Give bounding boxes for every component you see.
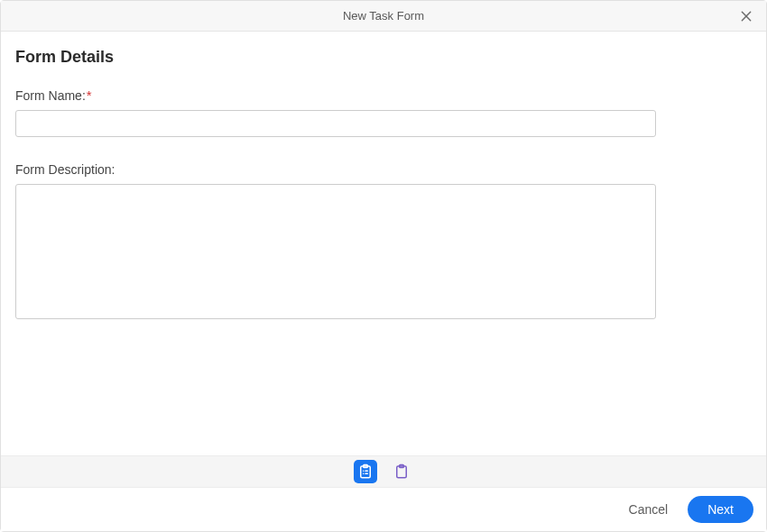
form-name-label-row: Form Name: * bbox=[15, 88, 752, 103]
field-group-form-description: Form Description: bbox=[15, 162, 752, 323]
dialog-footer: Cancel Next bbox=[1, 488, 766, 531]
dialog-header: New Task Form bbox=[1, 1, 766, 32]
form-description-input[interactable] bbox=[15, 184, 656, 319]
dialog-title: New Task Form bbox=[343, 9, 424, 23]
wizard-stepper bbox=[1, 455, 766, 488]
new-task-form-dialog: New Task Form Form Details Form Name: * … bbox=[0, 0, 767, 532]
form-name-label: Form Name: bbox=[15, 88, 86, 103]
next-button[interactable]: Next bbox=[688, 496, 753, 523]
field-group-form-name: Form Name: * bbox=[15, 88, 752, 137]
clipboard-icon bbox=[393, 463, 410, 480]
close-icon bbox=[739, 9, 753, 23]
section-heading-form-details: Form Details bbox=[15, 48, 752, 67]
step-form-fields[interactable] bbox=[390, 460, 413, 483]
form-description-label-row: Form Description: bbox=[15, 162, 752, 177]
form-description-label: Form Description: bbox=[15, 162, 115, 177]
dialog-body: Form Details Form Name: * Form Descripti… bbox=[1, 32, 766, 455]
clipboard-list-icon bbox=[357, 463, 374, 480]
close-button[interactable] bbox=[735, 5, 757, 27]
cancel-button[interactable]: Cancel bbox=[625, 497, 672, 522]
form-name-input[interactable] bbox=[15, 110, 656, 137]
step-form-details[interactable] bbox=[354, 460, 377, 483]
required-indicator: * bbox=[87, 88, 92, 102]
